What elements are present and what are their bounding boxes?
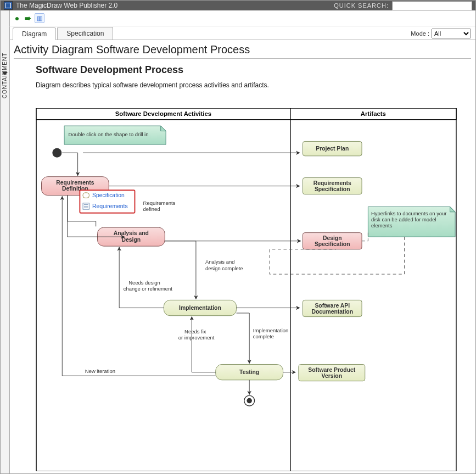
main-content: ● ➠ ▥ Diagram Specification Mode : All A…: [9, 10, 475, 473]
svg-text:Requirements: Requirements: [92, 203, 128, 209]
svg-text:Requirements: Requirements: [313, 180, 351, 186]
app-logo-icon: [4, 1, 13, 10]
quick-search-label: QUICK SEARCH:: [334, 2, 389, 9]
svg-text:Analysis and: Analysis and: [114, 230, 149, 236]
svg-text:Double click on the  shape to : Double click on the shape to drill in: [69, 131, 149, 137]
svg-text:Design: Design: [323, 235, 342, 241]
svg-text:Implementation: Implementation: [179, 305, 221, 311]
note-drill: Double click on the shape to drill in: [64, 126, 166, 144]
svg-text:Requirements: Requirements: [143, 200, 176, 206]
initial-node[interactable]: [52, 148, 61, 158]
svg-text:Requirements: Requirements: [56, 180, 94, 186]
swimlane-frame: [36, 108, 456, 471]
svg-text:disk can be added for model: disk can be added for model: [371, 216, 436, 222]
title-bar: The MagicDraw Web Publisher 2.0 QUICK SE…: [1, 1, 475, 10]
final-node[interactable]: [244, 395, 255, 406]
svg-text:Specification: Specification: [315, 186, 350, 192]
svg-text:Analysis and: Analysis and: [205, 259, 235, 265]
svg-text:design complete: design complete: [205, 265, 243, 271]
svg-text:Implementation: Implementation: [253, 327, 289, 333]
svg-text:Needs design: Needs design: [128, 280, 160, 286]
svg-text:Software Product: Software Product: [308, 367, 355, 373]
mode-label: Mode :: [411, 30, 429, 37]
swimlane-header: [36, 108, 456, 120]
col-activities: Software Development Activities: [115, 110, 211, 117]
sidebar-label: CONTAINMENT: [2, 52, 8, 98]
svg-text:elements: elements: [371, 222, 393, 228]
context-menu: Specification Requirements: [80, 190, 135, 213]
svg-text:New iteration: New iteration: [85, 368, 115, 374]
artifact-design-spec[interactable]: Design Specification: [303, 233, 362, 249]
svg-text:Specification: Specification: [315, 241, 350, 247]
edge-impl-to-analysis: [119, 247, 164, 308]
activity-testing[interactable]: Testing: [216, 364, 283, 380]
diagram-canvas[interactable]: Software Development Activities Artifact…: [19, 108, 473, 471]
back-icon[interactable]: ●: [13, 14, 21, 23]
quick-search-input[interactable]: [392, 1, 472, 10]
toolbar: ● ➠ ▥: [9, 10, 475, 26]
svg-rect-42: [83, 193, 89, 198]
activity-implementation[interactable]: Implementation: [164, 300, 236, 315]
svg-text:complete: complete: [253, 333, 274, 339]
svg-text:or improvement: or improvement: [178, 334, 215, 341]
edge-testing-to-impl: [192, 317, 215, 372]
svg-text:Design: Design: [122, 237, 141, 243]
svg-point-12: [247, 398, 251, 403]
col-artifacts: Artifacts: [361, 110, 386, 117]
svg-text:Needs fix: Needs fix: [184, 328, 206, 334]
diagram-description: Diagram describes typical software devel…: [36, 81, 471, 89]
svg-text:Specification: Specification: [92, 192, 125, 198]
note-hyperlink: Hyperlinks to documents on your disk can…: [368, 207, 455, 237]
app-title: The MagicDraw Web Publisher 2.0: [16, 2, 117, 9]
svg-text:Version: Version: [322, 373, 342, 379]
diagram-svg: Software Development Activities Artifact…: [19, 108, 473, 471]
page-body: Activity Diagram Software Development Pr…: [9, 37, 475, 473]
diagram-title: Software Development Process: [36, 64, 471, 76]
svg-text:change or refinement: change or refinement: [124, 286, 173, 292]
forward-icon[interactable]: ➠: [24, 14, 32, 23]
expand-triangle-icon: [2, 72, 8, 75]
svg-text:Documentation: Documentation: [311, 309, 353, 315]
artifact-api-doc[interactable]: Software API Documentation: [303, 300, 362, 316]
artifact-requirements-spec[interactable]: Requirements Specification: [303, 178, 362, 194]
app-window: The MagicDraw Web Publisher 2.0 QUICK SE…: [0, 0, 476, 474]
containment-sidebar[interactable]: CONTAINMENT: [1, 10, 10, 473]
divider: [14, 58, 471, 59]
artifact-project-plan[interactable]: Project Plan: [303, 141, 362, 155]
view-icon[interactable]: ▥: [35, 13, 44, 23]
artifact-product-version[interactable]: Software Product Version: [299, 364, 365, 381]
edge-init-to-reqdef: [62, 153, 77, 176]
svg-text:Testing: Testing: [239, 369, 259, 375]
svg-text:Project Plan: Project Plan: [316, 146, 349, 152]
edge-impl-to-testing: [237, 313, 250, 364]
svg-text:Software API: Software API: [315, 303, 350, 309]
page-title: Activity Diagram Software Development Pr…: [14, 43, 471, 56]
svg-text:Hyperlinks to  documents on yo: Hyperlinks to documents on your: [371, 210, 446, 216]
svg-text:defined: defined: [143, 206, 160, 212]
